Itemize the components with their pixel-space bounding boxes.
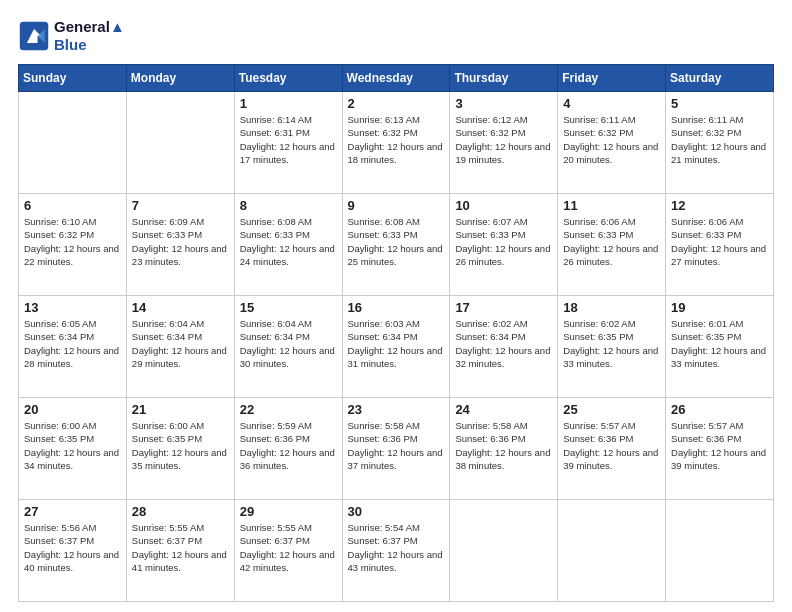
calendar-cell (558, 500, 666, 602)
day-info: Sunrise: 5:58 AM Sunset: 6:36 PM Dayligh… (348, 419, 445, 472)
calendar-cell: 3Sunrise: 6:12 AM Sunset: 6:32 PM Daylig… (450, 92, 558, 194)
calendar-cell: 4Sunrise: 6:11 AM Sunset: 6:32 PM Daylig… (558, 92, 666, 194)
day-info: Sunrise: 5:59 AM Sunset: 6:36 PM Dayligh… (240, 419, 337, 472)
day-info: Sunrise: 6:01 AM Sunset: 6:35 PM Dayligh… (671, 317, 768, 370)
day-info: Sunrise: 6:09 AM Sunset: 6:33 PM Dayligh… (132, 215, 229, 268)
day-info: Sunrise: 6:06 AM Sunset: 6:33 PM Dayligh… (671, 215, 768, 268)
calendar-cell: 16Sunrise: 6:03 AM Sunset: 6:34 PM Dayli… (342, 296, 450, 398)
day-number: 4 (563, 96, 660, 111)
calendar-week-row: 6Sunrise: 6:10 AM Sunset: 6:32 PM Daylig… (19, 194, 774, 296)
day-info: Sunrise: 6:05 AM Sunset: 6:34 PM Dayligh… (24, 317, 121, 370)
calendar-cell: 21Sunrise: 6:00 AM Sunset: 6:35 PM Dayli… (126, 398, 234, 500)
day-number: 25 (563, 402, 660, 417)
day-info: Sunrise: 6:02 AM Sunset: 6:34 PM Dayligh… (455, 317, 552, 370)
day-info: Sunrise: 5:56 AM Sunset: 6:37 PM Dayligh… (24, 521, 121, 574)
day-info: Sunrise: 6:14 AM Sunset: 6:31 PM Dayligh… (240, 113, 337, 166)
calendar-cell: 29Sunrise: 5:55 AM Sunset: 6:37 PM Dayli… (234, 500, 342, 602)
day-info: Sunrise: 5:58 AM Sunset: 6:36 PM Dayligh… (455, 419, 552, 472)
day-info: Sunrise: 6:07 AM Sunset: 6:33 PM Dayligh… (455, 215, 552, 268)
logo-text: General▲ Blue (54, 18, 125, 54)
calendar-cell: 22Sunrise: 5:59 AM Sunset: 6:36 PM Dayli… (234, 398, 342, 500)
calendar-cell: 6Sunrise: 6:10 AM Sunset: 6:32 PM Daylig… (19, 194, 127, 296)
day-info: Sunrise: 6:00 AM Sunset: 6:35 PM Dayligh… (24, 419, 121, 472)
calendar-cell: 11Sunrise: 6:06 AM Sunset: 6:33 PM Dayli… (558, 194, 666, 296)
calendar-cell: 17Sunrise: 6:02 AM Sunset: 6:34 PM Dayli… (450, 296, 558, 398)
day-number: 6 (24, 198, 121, 213)
calendar-cell: 25Sunrise: 5:57 AM Sunset: 6:36 PM Dayli… (558, 398, 666, 500)
day-info: Sunrise: 6:08 AM Sunset: 6:33 PM Dayligh… (240, 215, 337, 268)
calendar-cell (666, 500, 774, 602)
calendar-cell: 30Sunrise: 5:54 AM Sunset: 6:37 PM Dayli… (342, 500, 450, 602)
weekday-header-monday: Monday (126, 65, 234, 92)
logo-icon (18, 20, 50, 52)
weekday-header-saturday: Saturday (666, 65, 774, 92)
calendar-cell: 26Sunrise: 5:57 AM Sunset: 6:36 PM Dayli… (666, 398, 774, 500)
day-number: 26 (671, 402, 768, 417)
calendar-week-row: 13Sunrise: 6:05 AM Sunset: 6:34 PM Dayli… (19, 296, 774, 398)
calendar-cell: 12Sunrise: 6:06 AM Sunset: 6:33 PM Dayli… (666, 194, 774, 296)
day-number: 14 (132, 300, 229, 315)
day-number: 20 (24, 402, 121, 417)
calendar-cell: 13Sunrise: 6:05 AM Sunset: 6:34 PM Dayli… (19, 296, 127, 398)
day-number: 10 (455, 198, 552, 213)
weekday-header-tuesday: Tuesday (234, 65, 342, 92)
day-info: Sunrise: 6:13 AM Sunset: 6:32 PM Dayligh… (348, 113, 445, 166)
day-number: 12 (671, 198, 768, 213)
calendar-week-row: 27Sunrise: 5:56 AM Sunset: 6:37 PM Dayli… (19, 500, 774, 602)
calendar-cell: 27Sunrise: 5:56 AM Sunset: 6:37 PM Dayli… (19, 500, 127, 602)
calendar-cell (450, 500, 558, 602)
day-info: Sunrise: 6:08 AM Sunset: 6:33 PM Dayligh… (348, 215, 445, 268)
calendar-week-row: 20Sunrise: 6:00 AM Sunset: 6:35 PM Dayli… (19, 398, 774, 500)
day-number: 29 (240, 504, 337, 519)
day-number: 1 (240, 96, 337, 111)
calendar-cell: 20Sunrise: 6:00 AM Sunset: 6:35 PM Dayli… (19, 398, 127, 500)
calendar-cell: 18Sunrise: 6:02 AM Sunset: 6:35 PM Dayli… (558, 296, 666, 398)
logo: General▲ Blue (18, 18, 125, 54)
day-info: Sunrise: 5:57 AM Sunset: 6:36 PM Dayligh… (563, 419, 660, 472)
calendar-cell: 9Sunrise: 6:08 AM Sunset: 6:33 PM Daylig… (342, 194, 450, 296)
day-number: 21 (132, 402, 229, 417)
day-info: Sunrise: 6:10 AM Sunset: 6:32 PM Dayligh… (24, 215, 121, 268)
weekday-header-wednesday: Wednesday (342, 65, 450, 92)
day-number: 28 (132, 504, 229, 519)
day-number: 19 (671, 300, 768, 315)
day-number: 27 (24, 504, 121, 519)
calendar-cell: 8Sunrise: 6:08 AM Sunset: 6:33 PM Daylig… (234, 194, 342, 296)
calendar-cell: 7Sunrise: 6:09 AM Sunset: 6:33 PM Daylig… (126, 194, 234, 296)
calendar-cell: 28Sunrise: 5:55 AM Sunset: 6:37 PM Dayli… (126, 500, 234, 602)
day-info: Sunrise: 6:06 AM Sunset: 6:33 PM Dayligh… (563, 215, 660, 268)
calendar-cell: 10Sunrise: 6:07 AM Sunset: 6:33 PM Dayli… (450, 194, 558, 296)
calendar-cell: 24Sunrise: 5:58 AM Sunset: 6:36 PM Dayli… (450, 398, 558, 500)
calendar-cell: 15Sunrise: 6:04 AM Sunset: 6:34 PM Dayli… (234, 296, 342, 398)
day-number: 15 (240, 300, 337, 315)
day-info: Sunrise: 6:11 AM Sunset: 6:32 PM Dayligh… (563, 113, 660, 166)
day-number: 11 (563, 198, 660, 213)
calendar-cell: 19Sunrise: 6:01 AM Sunset: 6:35 PM Dayli… (666, 296, 774, 398)
weekday-header-friday: Friday (558, 65, 666, 92)
day-info: Sunrise: 5:57 AM Sunset: 6:36 PM Dayligh… (671, 419, 768, 472)
day-info: Sunrise: 5:55 AM Sunset: 6:37 PM Dayligh… (132, 521, 229, 574)
page: General▲ Blue SundayMondayTuesdayWednesd… (0, 0, 792, 612)
calendar-cell (19, 92, 127, 194)
day-info: Sunrise: 5:54 AM Sunset: 6:37 PM Dayligh… (348, 521, 445, 574)
weekday-header-thursday: Thursday (450, 65, 558, 92)
day-number: 23 (348, 402, 445, 417)
day-info: Sunrise: 6:11 AM Sunset: 6:32 PM Dayligh… (671, 113, 768, 166)
day-info: Sunrise: 6:03 AM Sunset: 6:34 PM Dayligh… (348, 317, 445, 370)
day-number: 22 (240, 402, 337, 417)
day-info: Sunrise: 6:00 AM Sunset: 6:35 PM Dayligh… (132, 419, 229, 472)
calendar-cell: 14Sunrise: 6:04 AM Sunset: 6:34 PM Dayli… (126, 296, 234, 398)
day-number: 7 (132, 198, 229, 213)
day-info: Sunrise: 6:04 AM Sunset: 6:34 PM Dayligh… (240, 317, 337, 370)
calendar-cell: 1Sunrise: 6:14 AM Sunset: 6:31 PM Daylig… (234, 92, 342, 194)
day-number: 30 (348, 504, 445, 519)
day-info: Sunrise: 5:55 AM Sunset: 6:37 PM Dayligh… (240, 521, 337, 574)
calendar-table: SundayMondayTuesdayWednesdayThursdayFrid… (18, 64, 774, 602)
day-number: 18 (563, 300, 660, 315)
day-number: 3 (455, 96, 552, 111)
day-number: 16 (348, 300, 445, 315)
day-number: 13 (24, 300, 121, 315)
day-number: 2 (348, 96, 445, 111)
weekday-header-sunday: Sunday (19, 65, 127, 92)
weekday-header-row: SundayMondayTuesdayWednesdayThursdayFrid… (19, 65, 774, 92)
